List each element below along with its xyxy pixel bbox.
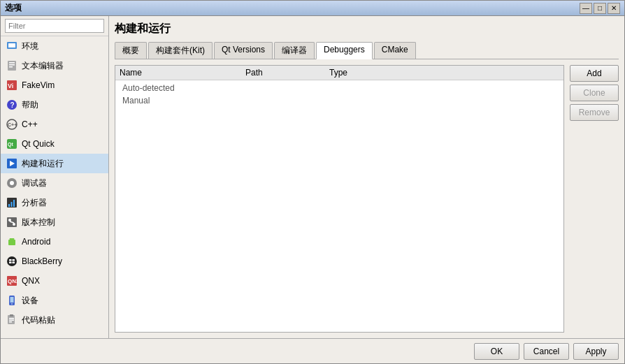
svg-text:Vi: Vi <box>8 82 13 89</box>
sidebar-item-android[interactable]: Android <box>1 232 108 252</box>
title-bar-buttons: — □ ✕ <box>580 3 620 14</box>
sidebar-item-blackberry[interactable]: BlackBerry <box>1 252 108 271</box>
sidebar-item-codeclip[interactable]: 代码粘贴 <box>1 310 108 330</box>
device-icon <box>6 295 17 306</box>
codeclip-icon <box>6 314 17 326</box>
android-icon <box>6 236 17 247</box>
svg-rect-44 <box>9 321 12 323</box>
col-type-header: Type <box>329 68 559 78</box>
sidebar-item-fakevim[interactable]: Vi FakeVim <box>1 75 108 95</box>
tab-kits[interactable]: 构建套件(Kit) <box>148 42 213 59</box>
main-panel: 构建和运行 概要 构建套件(Kit) Qt Versions 编译器 Debug… <box>109 16 624 338</box>
sidebar-item-version[interactable]: 版本控制 <box>1 212 108 232</box>
svg-rect-29 <box>10 238 14 240</box>
sidebar-item-device-label: 设备 <box>22 295 38 307</box>
col-path-header: Path <box>245 68 329 78</box>
add-button[interactable]: Add <box>570 65 619 82</box>
svg-rect-4 <box>9 64 15 66</box>
sidebar-item-text-editor-label: 文本编辑器 <box>22 60 64 72</box>
sidebar-item-debugger[interactable]: 调试器 <box>1 173 108 193</box>
main-window: 选项 — □ ✕ 环境 <box>0 0 625 364</box>
remove-button[interactable]: Remove <box>570 104 619 121</box>
qnx-icon: QNX <box>6 275 17 286</box>
sidebar-item-analyzer-label: 分析器 <box>22 197 47 209</box>
sidebar-item-build-run-label: 构建和运行 <box>22 158 64 170</box>
sidebar-item-version-label: 版本控制 <box>22 217 55 228</box>
svg-rect-32 <box>13 259 15 261</box>
svg-rect-42 <box>9 318 14 319</box>
page-title: 构建和运行 <box>115 22 619 36</box>
svg-point-17 <box>10 181 14 185</box>
sidebar: 环境 文本编辑器 Vi FakeVim ? <box>1 16 109 338</box>
ok-button[interactable]: OK <box>474 343 519 360</box>
svg-rect-21 <box>13 200 15 207</box>
svg-rect-5 <box>9 66 13 68</box>
sidebar-item-qtquick[interactable]: Qt Qt Quick <box>1 134 108 154</box>
sidebar-item-help-label: 帮助 <box>22 99 38 111</box>
fakevim-icon: Vi <box>6 80 17 91</box>
sidebar-item-fakevim-label: FakeVim <box>22 80 55 90</box>
cpp-icon: C++ <box>6 119 17 130</box>
close-button[interactable]: ✕ <box>608 3 620 14</box>
sidebar-item-qnx[interactable]: QNX QNX <box>1 271 108 291</box>
action-buttons: Add Clone Remove <box>570 65 619 333</box>
blackberry-icon <box>6 256 17 267</box>
sidebar-item-help[interactable]: ? 帮助 <box>1 95 108 115</box>
apply-button[interactable]: Apply <box>573 343 619 360</box>
svg-text:?: ? <box>10 101 15 109</box>
sidebar-item-qnx-label: QNX <box>22 276 40 286</box>
bottom-bar: OK Cancel Apply <box>1 338 624 363</box>
col-name-header: Name <box>120 68 245 78</box>
svg-rect-34 <box>13 262 15 264</box>
sidebar-item-debugger-label: 调试器 <box>22 177 47 189</box>
svg-rect-33 <box>9 262 12 264</box>
svg-text:Qt: Qt <box>8 142 13 147</box>
sidebar-item-android-label: Android <box>22 237 50 247</box>
svg-rect-26 <box>8 240 15 245</box>
svg-rect-1 <box>8 43 15 48</box>
filter-bar <box>1 16 108 36</box>
window-title: 选项 <box>5 2 22 14</box>
tab-compilers[interactable]: 编译器 <box>274 42 315 59</box>
sidebar-item-env-label: 环境 <box>22 41 38 52</box>
debugger-icon <box>6 177 17 189</box>
svg-rect-20 <box>11 202 13 207</box>
svg-rect-19 <box>8 204 10 207</box>
svg-point-23 <box>8 219 11 221</box>
title-bar: 选项 — □ ✕ <box>1 1 624 16</box>
help-icon: ? <box>6 99 17 110</box>
sidebar-item-analyzer[interactable]: 分析器 <box>1 193 108 212</box>
sidebar-item-build-run[interactable]: 构建和运行 <box>1 154 108 173</box>
filter-input[interactable] <box>5 19 104 33</box>
svg-point-39 <box>11 303 13 305</box>
tab-debuggers[interactable]: Debuggers <box>316 42 373 59</box>
clone-button[interactable]: Clone <box>570 85 619 101</box>
analyzer-icon <box>6 197 17 208</box>
minimize-button[interactable]: — <box>580 3 592 14</box>
tab-bar: 概要 构建套件(Kit) Qt Versions 编译器 Debuggers C… <box>115 42 619 59</box>
group-auto-detected: Auto-detected <box>120 82 559 94</box>
svg-point-30 <box>7 256 17 266</box>
tab-cmake[interactable]: CMake <box>374 42 416 59</box>
sidebar-list: 环境 文本编辑器 Vi FakeVim ? <box>1 36 108 338</box>
table-header: Name Path Type <box>115 66 563 80</box>
svg-text:QNX: QNX <box>8 278 17 284</box>
sidebar-item-cpp[interactable]: C++ C++ <box>1 115 108 134</box>
svg-rect-41 <box>10 314 13 316</box>
svg-rect-43 <box>9 320 14 321</box>
sidebar-item-device[interactable]: 设备 <box>1 291 108 310</box>
sidebar-item-cpp-label: C++ <box>22 119 38 129</box>
svg-text:C++: C++ <box>8 122 17 127</box>
tab-overview[interactable]: 概要 <box>115 42 147 59</box>
table-body: Auto-detected Manual <box>115 80 563 332</box>
sidebar-item-env[interactable]: 环境 <box>1 36 108 56</box>
sidebar-item-codeclip-label: 代码粘贴 <box>22 314 55 326</box>
qtquick-icon: Qt <box>6 138 17 150</box>
sidebar-item-text-editor[interactable]: 文本编辑器 <box>1 56 108 75</box>
tab-qt-versions[interactable]: Qt Versions <box>214 42 273 59</box>
maximize-button[interactable]: □ <box>594 3 606 14</box>
cancel-button[interactable]: Cancel <box>524 343 569 360</box>
svg-rect-38 <box>10 297 14 303</box>
text-editor-icon <box>6 60 17 71</box>
debuggers-table: Name Path Type Auto-detected Manual <box>115 65 564 333</box>
